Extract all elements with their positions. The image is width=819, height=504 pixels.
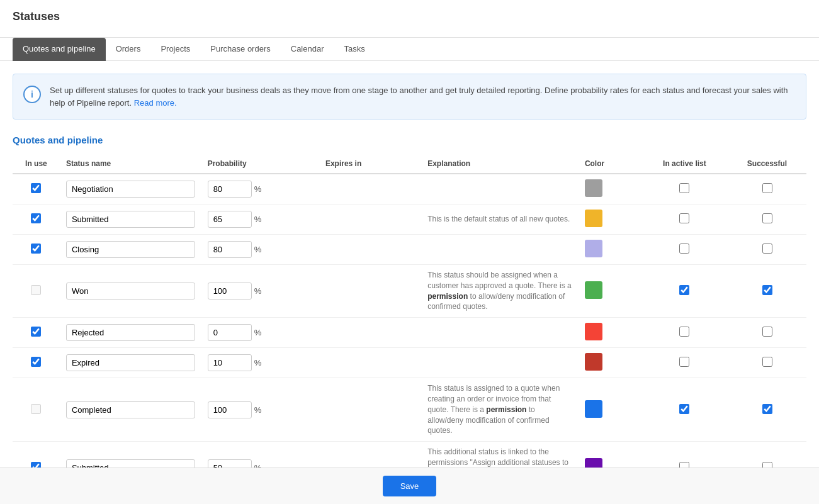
successful-checkbox[interactable] (762, 244, 772, 254)
color-swatch[interactable] (585, 179, 602, 197)
status-name-input[interactable] (66, 324, 195, 341)
status-name-input[interactable] (66, 283, 195, 300)
in-use-checkbox[interactable] (31, 327, 41, 337)
tab-orders[interactable]: Orders (106, 38, 151, 61)
section-title: Quotes and pipeline (13, 135, 806, 145)
color-swatch[interactable] (585, 323, 602, 340)
percent-sign: % (254, 328, 262, 337)
col-header-color: Color (579, 154, 641, 174)
col-header-explanation: Explanation (421, 154, 579, 174)
footer-bar: Save (0, 468, 819, 504)
in-use-checkbox[interactable] (31, 244, 41, 254)
tab-calendar[interactable]: Calendar (281, 38, 334, 61)
successful-checkbox[interactable] (762, 327, 772, 337)
percent-sign: % (254, 245, 262, 254)
status-name-input[interactable] (66, 211, 195, 228)
info-box: i Set up different statuses for quotes t… (13, 74, 806, 120)
page-header: Statuses Quotes and pipeline Orders Proj… (0, 0, 819, 61)
color-swatch[interactable] (585, 240, 602, 257)
read-more-link[interactable]: Read more. (134, 98, 177, 108)
explanation-cell (421, 318, 579, 348)
col-header-status-name: Status name (60, 154, 201, 174)
expires-in-cell (319, 378, 421, 442)
probability-input[interactable] (208, 211, 252, 228)
col-header-probability: Probability (201, 154, 319, 174)
in-active-list-checkbox[interactable] (679, 327, 689, 337)
percent-sign: % (254, 184, 262, 194)
tab-purchase-orders[interactable]: Purchase orders (200, 38, 280, 61)
col-header-successful: Successful (728, 154, 806, 174)
status-name-input[interactable] (66, 401, 195, 418)
main-content: i Set up different statuses for quotes t… (0, 61, 819, 504)
in-use-checkbox[interactable] (31, 285, 41, 295)
page-title: Statuses (13, 10, 806, 23)
probability-input[interactable] (208, 354, 252, 371)
status-name-input[interactable] (66, 354, 195, 371)
status-name-input[interactable] (66, 181, 195, 198)
table-row: % (13, 174, 806, 204)
color-swatch[interactable] (585, 210, 602, 227)
tab-projects[interactable]: Projects (150, 38, 200, 61)
in-active-list-checkbox[interactable] (679, 213, 689, 223)
in-active-list-checkbox[interactable] (679, 285, 689, 295)
expires-in-cell (319, 174, 421, 204)
color-swatch[interactable] (585, 281, 602, 299)
table-row: % (13, 235, 806, 265)
probability-input[interactable] (208, 401, 252, 418)
probability-input[interactable] (208, 181, 252, 198)
explanation-cell: This status is assigned to a quote when … (421, 378, 579, 442)
tabs-bar: Quotes and pipeline Orders Projects Purc… (0, 38, 819, 61)
in-use-checkbox[interactable] (31, 213, 41, 223)
expires-in-cell (319, 204, 421, 235)
info-icon: i (23, 86, 41, 103)
explanation-cell (421, 348, 579, 378)
table-row: %This status should be assigned when a c… (13, 265, 806, 318)
tab-tasks[interactable]: Tasks (334, 38, 375, 61)
in-active-list-checkbox[interactable] (679, 404, 689, 414)
successful-checkbox[interactable] (762, 357, 772, 367)
explanation-cell: This status should be assigned when a cu… (421, 265, 579, 318)
expires-in-cell (319, 348, 421, 378)
table-row: %This is the default status of all new q… (13, 204, 806, 235)
expires-in-cell (319, 265, 421, 318)
expires-in-cell (319, 318, 421, 348)
table-header-row: In use Status name Probability Expires i… (13, 154, 806, 174)
explanation-cell (421, 235, 579, 265)
status-name-input[interactable] (66, 241, 195, 258)
color-swatch[interactable] (585, 353, 602, 371)
percent-sign: % (254, 358, 262, 367)
probability-input[interactable] (208, 241, 252, 258)
table-row: % (13, 318, 806, 348)
col-header-in-active-list: In active list (641, 154, 728, 174)
successful-checkbox[interactable] (762, 183, 772, 193)
percent-sign: % (254, 215, 262, 224)
col-header-expires-in: Expires in (319, 154, 421, 174)
in-active-list-checkbox[interactable] (679, 357, 689, 367)
successful-checkbox[interactable] (762, 404, 772, 414)
save-button[interactable]: Save (383, 476, 437, 496)
statuses-table: In use Status name Probability Expires i… (13, 154, 806, 495)
info-text: Set up different statuses for quotes to … (50, 84, 796, 109)
in-use-checkbox[interactable] (31, 357, 41, 367)
color-swatch[interactable] (585, 400, 602, 418)
tab-quotes-pipeline[interactable]: Quotes and pipeline (13, 38, 106, 61)
in-active-list-checkbox[interactable] (679, 183, 689, 193)
probability-input[interactable] (208, 283, 252, 300)
table-row: % (13, 348, 806, 378)
in-active-list-checkbox[interactable] (679, 244, 689, 254)
table-row: %This status is assigned to a quote when… (13, 378, 806, 442)
percent-sign: % (254, 405, 262, 415)
successful-checkbox[interactable] (762, 285, 772, 295)
explanation-cell (421, 174, 579, 204)
in-use-checkbox[interactable] (31, 404, 41, 414)
expires-in-cell (319, 235, 421, 265)
percent-sign: % (254, 286, 262, 296)
successful-checkbox[interactable] (762, 213, 772, 223)
explanation-cell: This is the default status of all new qu… (421, 204, 579, 235)
col-header-in-use: In use (13, 154, 60, 174)
in-use-checkbox[interactable] (31, 183, 41, 193)
probability-input[interactable] (208, 324, 252, 341)
